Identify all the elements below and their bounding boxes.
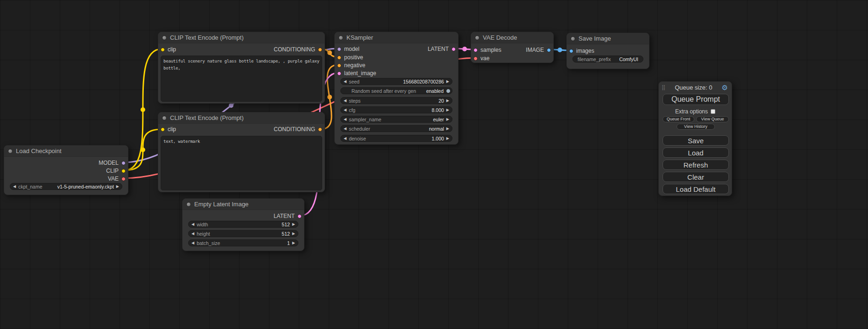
arrow-right-icon[interactable]: ▶ [446, 127, 449, 131]
latent-slot-dot[interactable] [297, 214, 302, 218]
output-slot-image[interactable]: IMAGE [526, 47, 551, 53]
latent-slot-dot[interactable] [337, 71, 341, 76]
input-slot-clip[interactable]: clip [161, 46, 176, 53]
ckpt-name-widget[interactable]: ◀ ckpt_name v1-5-pruned-emaonly.ckpt ▶ [10, 183, 122, 190]
image-slot-dot[interactable] [569, 49, 573, 53]
arrow-right-icon[interactable]: ▶ [446, 80, 449, 84]
arrow-right-icon[interactable]: ▶ [446, 99, 449, 103]
arrow-left-icon[interactable]: ◀ [344, 137, 346, 140]
node-header[interactable]: Save Image [567, 33, 649, 44]
output-slot-model[interactable]: MODEL [99, 160, 126, 166]
arrow-right-icon[interactable]: ▶ [446, 137, 449, 140]
node-graph-canvas[interactable]: Load Checkpoint MODEL CLIP VAE ◀ ckpt_na… [0, 0, 868, 329]
node-clip-text-encode-negative[interactable]: CLIP Text Encode (Prompt) clip CONDITION… [158, 112, 325, 192]
arrow-right-icon[interactable]: ▶ [292, 232, 295, 236]
sampler-name-widget[interactable]: ◀ sampler_name euler ▶ [340, 116, 452, 123]
input-slot-model[interactable]: model [337, 46, 360, 52]
vae-slot-dot[interactable] [121, 177, 126, 181]
random-seed-toggle-widget[interactable]: Random seed after every gen enabled [340, 87, 452, 94]
prompt-textarea[interactable]: text, watermark [161, 136, 322, 190]
collapse-dot-icon[interactable] [162, 35, 167, 40]
arrow-left-icon[interactable]: ◀ [191, 223, 194, 226]
filename-prefix-widget[interactable]: filename_prefix ComfyUI [572, 56, 643, 63]
node-load-checkpoint[interactable]: Load Checkpoint MODEL CLIP VAE ◀ ckpt_na… [4, 145, 128, 195]
arrow-left-icon[interactable]: ◀ [191, 232, 194, 236]
load-default-button[interactable]: Load Default [663, 184, 729, 194]
arrow-right-icon[interactable]: ▶ [446, 108, 449, 112]
node-vae-decode[interactable]: VAE Decode samples vae IMAGE [471, 32, 554, 63]
node-header[interactable]: Empty Latent Image [183, 199, 304, 210]
extra-options-checkbox[interactable] [711, 109, 715, 114]
node-header[interactable]: KSampler [335, 32, 458, 43]
refresh-button[interactable]: Refresh [663, 160, 729, 170]
clip-slot-dot[interactable] [121, 169, 126, 173]
seed-widget[interactable]: ◀ seed 156680208700286 ▶ [340, 78, 452, 85]
node-clip-text-encode-positive[interactable]: CLIP Text Encode (Prompt) clip CONDITION… [158, 32, 325, 104]
arrow-left-icon[interactable]: ◀ [344, 99, 346, 103]
arrow-right-icon[interactable]: ▶ [446, 118, 449, 121]
arrow-right-icon[interactable]: ▶ [292, 241, 295, 245]
arrow-right-icon[interactable]: ▶ [116, 185, 119, 189]
output-slot-latent[interactable]: LATENT [274, 213, 302, 219]
node-save-image[interactable]: Save Image images filename_prefix ComfyU… [566, 33, 649, 69]
view-history-button[interactable]: View History [677, 124, 715, 130]
batch-size-widget[interactable]: ◀ batch_size 1 ▶ [188, 239, 298, 246]
toggle-knob[interactable] [446, 89, 451, 93]
output-slot-latent[interactable]: LATENT [428, 46, 456, 52]
vae-slot-dot[interactable] [473, 56, 478, 61]
drag-handle-icon[interactable]: ⣿ [662, 84, 665, 91]
collapse-dot-icon[interactable] [571, 36, 575, 41]
queue-front-button[interactable]: Queue Front [663, 116, 694, 122]
arrow-left-icon[interactable]: ◀ [344, 127, 346, 131]
cfg-widget[interactable]: ◀ cfg 8.000 ▶ [340, 106, 452, 113]
save-button[interactable]: Save [663, 135, 729, 146]
arrow-left-icon[interactable]: ◀ [13, 185, 16, 189]
clear-button[interactable]: Clear [663, 172, 729, 182]
model-slot-dot[interactable] [337, 47, 341, 51]
input-slot-latent-image[interactable]: latent_image [337, 70, 376, 77]
model-slot-dot[interactable] [121, 161, 126, 165]
settings-gear-icon[interactable]: ⚙ [722, 84, 728, 91]
arrow-left-icon[interactable]: ◀ [344, 118, 346, 121]
node-header[interactable]: VAE Decode [471, 32, 553, 43]
width-widget[interactable]: ◀ width 512 ▶ [188, 221, 298, 228]
clip-slot-dot[interactable] [161, 48, 165, 52]
height-widget[interactable]: ◀ height 512 ▶ [188, 230, 298, 237]
arrow-left-icon[interactable]: ◀ [191, 241, 194, 245]
node-empty-latent-image[interactable]: Empty Latent Image LATENT ◀ width 512 ▶ … [182, 198, 304, 251]
conditioning-slot-dot[interactable] [337, 56, 341, 60]
clip-slot-dot[interactable] [161, 127, 165, 132]
input-slot-negative[interactable]: negative [337, 62, 365, 69]
output-slot-vae[interactable]: VAE [108, 175, 126, 182]
queue-prompt-button[interactable]: Queue Prompt [663, 94, 729, 105]
prompt-textarea[interactable]: beautiful scenery nature glass bottle la… [161, 56, 322, 102]
queue-menu-panel[interactable]: ⣿ Queue size: 0 ⚙ Queue Prompt Extra opt… [658, 81, 732, 196]
input-slot-samples[interactable]: samples [473, 47, 501, 53]
collapse-dot-icon[interactable] [8, 149, 13, 154]
collapse-dot-icon[interactable] [186, 202, 191, 207]
output-slot-clip[interactable]: CLIP [106, 168, 126, 174]
arrow-left-icon[interactable]: ◀ [344, 108, 346, 112]
node-header[interactable]: CLIP Text Encode (Prompt) [158, 32, 325, 43]
node-ksampler[interactable]: KSampler model positive negative latent_… [334, 32, 459, 145]
node-header[interactable]: CLIP Text Encode (Prompt) [158, 112, 325, 124]
steps-widget[interactable]: ◀ steps 20 ▶ [340, 97, 452, 104]
latent-slot-dot[interactable] [452, 47, 456, 51]
arrow-right-icon[interactable]: ▶ [292, 223, 295, 226]
output-slot-conditioning[interactable]: CONDITIONING [274, 126, 322, 133]
scheduler-widget[interactable]: ◀ scheduler normal ▶ [340, 125, 452, 132]
node-header[interactable]: Load Checkpoint [4, 146, 128, 157]
output-slot-conditioning[interactable]: CONDITIONING [274, 46, 322, 53]
collapse-dot-icon[interactable] [475, 35, 480, 40]
denoise-widget[interactable]: ◀ denoise 1.000 ▶ [340, 135, 452, 142]
collapse-dot-icon[interactable] [339, 35, 343, 40]
conditioning-slot-dot[interactable] [318, 48, 322, 52]
latent-slot-dot[interactable] [473, 48, 478, 52]
collapse-dot-icon[interactable] [162, 116, 167, 120]
input-slot-positive[interactable]: positive [337, 54, 363, 61]
load-button[interactable]: Load [663, 147, 729, 158]
input-slot-vae[interactable]: vae [473, 55, 489, 62]
arrow-left-icon[interactable]: ◀ [344, 80, 346, 84]
view-queue-button[interactable]: View Queue [696, 116, 729, 122]
input-slot-images[interactable]: images [569, 48, 594, 54]
